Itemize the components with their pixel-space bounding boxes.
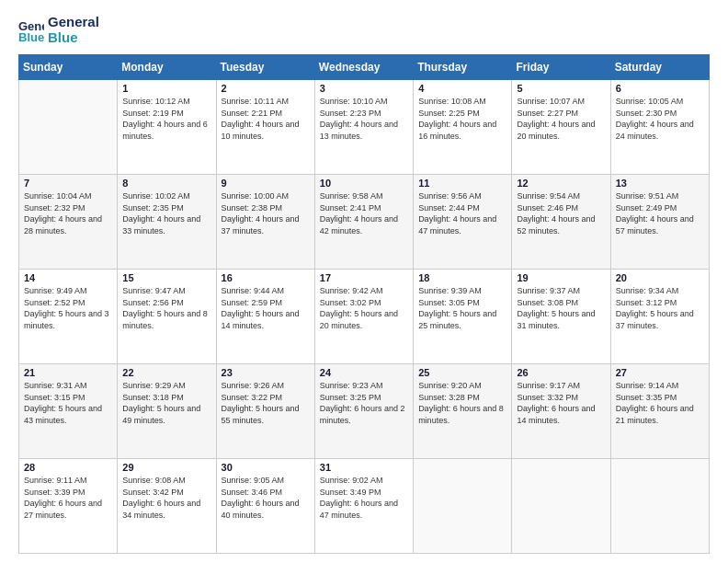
svg-text:Blue: Blue bbox=[18, 30, 44, 43]
day-number: 1 bbox=[122, 83, 210, 94]
day-number: 21 bbox=[24, 367, 112, 378]
calendar-cell: 15Sunrise: 9:47 AMSunset: 2:56 PMDayligh… bbox=[118, 270, 216, 364]
day-number: 28 bbox=[24, 462, 112, 473]
calendar-cell: 30Sunrise: 9:05 AMSunset: 3:46 PMDayligh… bbox=[216, 459, 314, 554]
day-info: Sunrise: 9:14 AMSunset: 3:35 PMDaylight:… bbox=[616, 380, 704, 426]
calendar-cell: 2Sunrise: 10:11 AMSunset: 2:21 PMDayligh… bbox=[216, 80, 314, 175]
day-number: 25 bbox=[418, 367, 506, 378]
col-header-tuesday: Tuesday bbox=[216, 55, 314, 80]
day-number: 5 bbox=[517, 83, 605, 94]
calendar-cell bbox=[610, 459, 709, 554]
calendar-cell: 26Sunrise: 9:17 AMSunset: 3:32 PMDayligh… bbox=[512, 364, 610, 459]
calendar-cell: 13Sunrise: 9:51 AMSunset: 2:49 PMDayligh… bbox=[610, 175, 709, 270]
calendar-cell: 23Sunrise: 9:26 AMSunset: 3:22 PMDayligh… bbox=[216, 364, 314, 459]
day-info: Sunrise: 9:11 AMSunset: 3:39 PMDaylight:… bbox=[24, 475, 112, 521]
day-info: Sunrise: 9:39 AMSunset: 3:05 PMDaylight:… bbox=[418, 285, 506, 331]
day-number: 12 bbox=[517, 178, 605, 189]
day-number: 24 bbox=[320, 367, 408, 378]
day-number: 29 bbox=[122, 462, 210, 473]
day-info: Sunrise: 9:29 AMSunset: 3:18 PMDaylight:… bbox=[122, 380, 210, 426]
day-info: Sunrise: 9:56 AMSunset: 2:44 PMDaylight:… bbox=[418, 190, 506, 236]
calendar-cell: 10Sunrise: 9:58 AMSunset: 2:41 PMDayligh… bbox=[314, 175, 413, 270]
calendar-cell: 8Sunrise: 10:02 AMSunset: 2:35 PMDayligh… bbox=[118, 175, 216, 270]
col-header-thursday: Thursday bbox=[414, 55, 512, 80]
calendar-cell: 3Sunrise: 10:10 AMSunset: 2:23 PMDayligh… bbox=[314, 80, 413, 175]
logo-icon: General Blue bbox=[18, 17, 44, 43]
calendar-page: General Blue General Blue SundayMondayTu… bbox=[0, 0, 728, 563]
day-info: Sunrise: 9:05 AMSunset: 3:46 PMDaylight:… bbox=[222, 475, 310, 521]
calendar-cell: 24Sunrise: 9:23 AMSunset: 3:25 PMDayligh… bbox=[314, 364, 413, 459]
day-info: Sunrise: 9:34 AMSunset: 3:12 PMDaylight:… bbox=[616, 285, 704, 331]
day-number: 31 bbox=[320, 462, 408, 473]
calendar-cell: 20Sunrise: 9:34 AMSunset: 3:12 PMDayligh… bbox=[610, 270, 709, 364]
calendar-cell: 17Sunrise: 9:42 AMSunset: 3:02 PMDayligh… bbox=[314, 270, 413, 364]
week-row-3: 14Sunrise: 9:49 AMSunset: 2:52 PMDayligh… bbox=[19, 270, 710, 364]
calendar-cell: 21Sunrise: 9:31 AMSunset: 3:15 PMDayligh… bbox=[19, 364, 118, 459]
calendar-header-row: SundayMondayTuesdayWednesdayThursdayFrid… bbox=[19, 55, 710, 80]
day-info: Sunrise: 9:49 AMSunset: 2:52 PMDaylight:… bbox=[24, 285, 112, 331]
day-info: Sunrise: 10:08 AMSunset: 2:25 PMDaylight… bbox=[418, 96, 506, 142]
calendar-cell: 19Sunrise: 9:37 AMSunset: 3:08 PMDayligh… bbox=[512, 270, 610, 364]
week-row-5: 28Sunrise: 9:11 AMSunset: 3:39 PMDayligh… bbox=[19, 459, 710, 554]
calendar-cell: 14Sunrise: 9:49 AMSunset: 2:52 PMDayligh… bbox=[19, 270, 118, 364]
day-info: Sunrise: 9:58 AMSunset: 2:41 PMDaylight:… bbox=[320, 190, 408, 236]
day-info: Sunrise: 10:07 AMSunset: 2:27 PMDaylight… bbox=[517, 96, 605, 142]
day-info: Sunrise: 10:12 AMSunset: 2:19 PMDaylight… bbox=[122, 96, 210, 142]
day-number: 10 bbox=[320, 178, 408, 189]
day-number: 6 bbox=[616, 83, 704, 94]
col-header-wednesday: Wednesday bbox=[314, 55, 413, 80]
day-info: Sunrise: 9:37 AMSunset: 3:08 PMDaylight:… bbox=[517, 285, 605, 331]
day-info: Sunrise: 10:02 AMSunset: 2:35 PMDaylight… bbox=[122, 190, 210, 236]
calendar-cell bbox=[414, 459, 512, 554]
day-info: Sunrise: 9:44 AMSunset: 2:59 PMDaylight:… bbox=[222, 285, 310, 331]
day-info: Sunrise: 10:04 AMSunset: 2:32 PMDaylight… bbox=[24, 190, 112, 236]
day-number: 13 bbox=[616, 178, 704, 189]
day-number: 27 bbox=[616, 367, 704, 378]
day-number: 2 bbox=[222, 83, 310, 94]
col-header-friday: Friday bbox=[512, 55, 610, 80]
day-info: Sunrise: 10:00 AMSunset: 2:38 PMDaylight… bbox=[222, 190, 310, 236]
day-info: Sunrise: 10:11 AMSunset: 2:21 PMDaylight… bbox=[222, 96, 310, 142]
week-row-2: 7Sunrise: 10:04 AMSunset: 2:32 PMDayligh… bbox=[19, 175, 710, 270]
day-number: 19 bbox=[517, 272, 605, 283]
calendar-cell: 27Sunrise: 9:14 AMSunset: 3:35 PMDayligh… bbox=[610, 364, 709, 459]
week-row-1: 1Sunrise: 10:12 AMSunset: 2:19 PMDayligh… bbox=[19, 80, 710, 175]
calendar-cell: 31Sunrise: 9:02 AMSunset: 3:49 PMDayligh… bbox=[314, 459, 413, 554]
day-info: Sunrise: 9:17 AMSunset: 3:32 PMDaylight:… bbox=[517, 380, 605, 426]
day-info: Sunrise: 9:08 AMSunset: 3:42 PMDaylight:… bbox=[122, 475, 210, 521]
day-info: Sunrise: 9:31 AMSunset: 3:15 PMDaylight:… bbox=[24, 380, 112, 426]
day-number: 14 bbox=[24, 272, 112, 283]
calendar-cell bbox=[19, 80, 118, 175]
day-number: 30 bbox=[222, 462, 310, 473]
calendar-body: 1Sunrise: 10:12 AMSunset: 2:19 PMDayligh… bbox=[19, 80, 710, 554]
calendar-cell: 28Sunrise: 9:11 AMSunset: 3:39 PMDayligh… bbox=[19, 459, 118, 554]
calendar-cell: 4Sunrise: 10:08 AMSunset: 2:25 PMDayligh… bbox=[414, 80, 512, 175]
logo-blue: Blue bbox=[48, 30, 99, 46]
calendar-cell: 25Sunrise: 9:20 AMSunset: 3:28 PMDayligh… bbox=[414, 364, 512, 459]
calendar-cell: 7Sunrise: 10:04 AMSunset: 2:32 PMDayligh… bbox=[19, 175, 118, 270]
day-info: Sunrise: 9:54 AMSunset: 2:46 PMDaylight:… bbox=[517, 190, 605, 236]
calendar-cell: 16Sunrise: 9:44 AMSunset: 2:59 PMDayligh… bbox=[216, 270, 314, 364]
day-info: Sunrise: 9:47 AMSunset: 2:56 PMDaylight:… bbox=[122, 285, 210, 331]
col-header-sunday: Sunday bbox=[19, 55, 118, 80]
day-info: Sunrise: 9:02 AMSunset: 3:49 PMDaylight:… bbox=[320, 475, 408, 521]
calendar-cell: 1Sunrise: 10:12 AMSunset: 2:19 PMDayligh… bbox=[118, 80, 216, 175]
calendar-cell bbox=[512, 459, 610, 554]
calendar-cell: 18Sunrise: 9:39 AMSunset: 3:05 PMDayligh… bbox=[414, 270, 512, 364]
logo-general: General bbox=[48, 15, 99, 30]
day-info: Sunrise: 10:05 AMSunset: 2:30 PMDaylight… bbox=[616, 96, 704, 142]
day-number: 20 bbox=[616, 272, 704, 283]
calendar-cell: 29Sunrise: 9:08 AMSunset: 3:42 PMDayligh… bbox=[118, 459, 216, 554]
col-header-monday: Monday bbox=[118, 55, 216, 80]
day-info: Sunrise: 9:51 AMSunset: 2:49 PMDaylight:… bbox=[616, 190, 704, 236]
day-number: 9 bbox=[222, 178, 310, 189]
day-number: 4 bbox=[418, 83, 506, 94]
day-info: Sunrise: 10:10 AMSunset: 2:23 PMDaylight… bbox=[320, 96, 408, 142]
logo: General Blue General Blue bbox=[18, 15, 99, 45]
calendar-cell: 11Sunrise: 9:56 AMSunset: 2:44 PMDayligh… bbox=[414, 175, 512, 270]
day-number: 23 bbox=[222, 367, 310, 378]
day-number: 17 bbox=[320, 272, 408, 283]
day-info: Sunrise: 9:23 AMSunset: 3:25 PMDaylight:… bbox=[320, 380, 408, 426]
day-number: 26 bbox=[517, 367, 605, 378]
calendar-cell: 9Sunrise: 10:00 AMSunset: 2:38 PMDayligh… bbox=[216, 175, 314, 270]
